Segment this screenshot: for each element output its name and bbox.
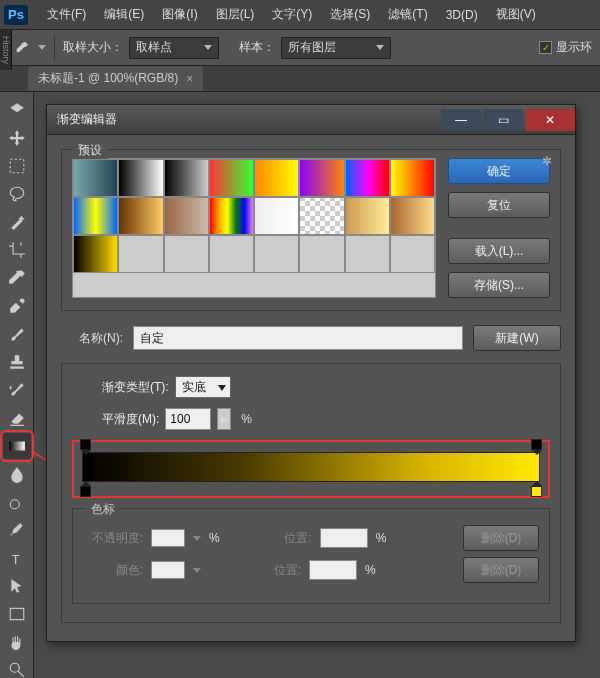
ps-logo: Ps <box>4 5 28 25</box>
toolbox: T <box>0 92 34 678</box>
delete-color-stop-button[interactable]: 删除(D) <box>463 557 539 583</box>
sample-layers-select[interactable]: 所有图层 <box>281 37 391 59</box>
menu-edit[interactable]: 编辑(E) <box>95 6 153 23</box>
maximize-button[interactable]: ▭ <box>483 109 523 131</box>
side-panel-tab[interactable]: History <box>0 30 12 70</box>
history-brush-tool[interactable] <box>3 377 31 403</box>
chevron-down-icon[interactable] <box>193 536 201 541</box>
chevron-down-icon[interactable] <box>193 568 201 573</box>
dodge-tool[interactable] <box>3 489 31 515</box>
percent-label: % <box>365 563 376 577</box>
document-tab-bar: 未标题-1 @ 100%(RGB/8) × <box>0 66 600 92</box>
svg-rect-1 <box>9 442 25 451</box>
eraser-tool[interactable] <box>3 405 31 431</box>
close-tab-icon[interactable]: × <box>186 72 193 86</box>
menu-file[interactable]: 文件(F) <box>38 6 95 23</box>
menu-layer[interactable]: 图层(L) <box>207 6 264 23</box>
gradient-tool[interactable] <box>3 433 31 459</box>
gradient-bar[interactable] <box>82 452 540 482</box>
lasso-tool[interactable] <box>3 181 31 207</box>
sample-value: 所有图层 <box>288 39 336 56</box>
app-menubar: Ps 文件(F) 编辑(E) 图像(I) 图层(L) 文字(Y) 选择(S) 滤… <box>0 0 600 30</box>
document-tab[interactable]: 未标题-1 @ 100%(RGB/8) × <box>28 66 203 91</box>
path-select-tool[interactable] <box>3 573 31 599</box>
gradient-type-select[interactable]: 实底 <box>175 376 231 398</box>
opacity-stop-left[interactable] <box>80 439 91 453</box>
color-label: 颜色: <box>87 562 143 579</box>
color-stop-right[interactable] <box>531 481 542 495</box>
chevron-down-icon <box>218 385 226 391</box>
chevron-down-icon <box>204 45 212 50</box>
menu-filter[interactable]: 滤镜(T) <box>379 6 436 23</box>
pen-tool[interactable] <box>3 517 31 543</box>
zoom-tool[interactable] <box>3 657 31 678</box>
smoothness-input[interactable] <box>165 408 211 430</box>
menu-view[interactable]: 视图(V) <box>487 6 545 23</box>
percent-label: % <box>376 531 387 545</box>
wand-tool[interactable] <box>3 209 31 235</box>
opacity-position-input[interactable] <box>320 528 368 548</box>
color-position-input[interactable] <box>309 560 357 580</box>
blur-tool[interactable] <box>3 461 31 487</box>
close-button[interactable]: ✕ <box>525 109 575 131</box>
hand-tool[interactable] <box>3 629 31 655</box>
delete-opacity-stop-button[interactable]: 删除(D) <box>463 525 539 551</box>
load-button[interactable]: 载入(L)... <box>448 238 550 264</box>
menu-select[interactable]: 选择(S) <box>321 6 379 23</box>
presets-label: 预设 <box>72 142 108 159</box>
save-button[interactable]: 存储(S)... <box>448 272 550 298</box>
show-ring-checkbox[interactable]: ✓ <box>539 41 552 54</box>
rectangle-tool[interactable] <box>3 601 31 627</box>
stops-fieldset: 色标 不透明度: % 位置: % 删除(D) 颜色: 位置: <box>72 508 550 604</box>
svg-rect-4 <box>10 608 24 619</box>
minimize-button[interactable]: ― <box>441 109 481 131</box>
new-button[interactable]: 新建(W) <box>473 325 561 351</box>
percent-label: % <box>209 531 220 545</box>
menu-type[interactable]: 文字(Y) <box>263 6 321 23</box>
menu-3d[interactable]: 3D(D) <box>437 8 487 22</box>
svg-text:T: T <box>11 552 19 567</box>
chevron-down-icon <box>376 45 384 50</box>
svg-point-2 <box>10 500 19 509</box>
move-tool[interactable] <box>3 125 31 151</box>
show-ring-label: 显示环 <box>556 39 592 56</box>
stops-label: 色标 <box>85 501 121 518</box>
sample-size-value: 取样点 <box>136 39 172 56</box>
type-tool[interactable]: T <box>3 545 31 571</box>
svg-rect-0 <box>10 159 24 173</box>
color-swatch[interactable] <box>151 561 185 579</box>
heal-tool[interactable] <box>3 293 31 319</box>
opacity-stop-right[interactable] <box>531 439 542 453</box>
dialog-titlebar[interactable]: 渐变编辑器 ― ▭ ✕ <box>47 105 575 135</box>
dialog-title: 渐变编辑器 <box>57 111 117 128</box>
color-stop-left[interactable] <box>80 481 91 495</box>
crop-tool[interactable] <box>3 237 31 263</box>
options-bar: 取样大小： 取样点 样本： 所有图层 ✓ 显示环 <box>0 30 600 66</box>
presets-grid[interactable] <box>72 158 436 298</box>
chevron-down-icon[interactable] <box>38 45 46 50</box>
smoothness-slider-icon[interactable]: ▸ <box>217 408 231 430</box>
presets-fieldset: 预设 ✲ <box>61 149 561 311</box>
opacity-label: 不透明度: <box>87 530 143 547</box>
sample-label: 样本： <box>239 39 275 56</box>
reset-button[interactable]: 复位 <box>448 192 550 218</box>
svg-point-5 <box>10 663 19 672</box>
stamp-tool[interactable] <box>3 349 31 375</box>
ok-button[interactable]: 确定 <box>448 158 550 184</box>
menu-image[interactable]: 图像(I) <box>153 6 206 23</box>
gradient-type-label: 渐变类型(T): <box>102 379 169 396</box>
gradient-name-input[interactable] <box>133 326 463 350</box>
eyedropper-icon <box>14 40 30 56</box>
eyedropper-tool[interactable] <box>3 265 31 291</box>
position-label: 位置: <box>256 530 312 547</box>
presets-menu-icon[interactable]: ✲ <box>542 154 552 168</box>
smoothness-label: 平滑度(M): <box>102 411 159 428</box>
gradient-bar-highlight <box>72 440 550 498</box>
sample-size-select[interactable]: 取样点 <box>129 37 219 59</box>
opacity-value[interactable] <box>151 529 185 547</box>
brush-tool[interactable] <box>3 321 31 347</box>
gradient-type-value: 实底 <box>182 379 206 396</box>
collapse-icon[interactable] <box>3 97 31 123</box>
marquee-tool[interactable] <box>3 153 31 179</box>
document-tab-label: 未标题-1 @ 100%(RGB/8) <box>38 70 178 87</box>
